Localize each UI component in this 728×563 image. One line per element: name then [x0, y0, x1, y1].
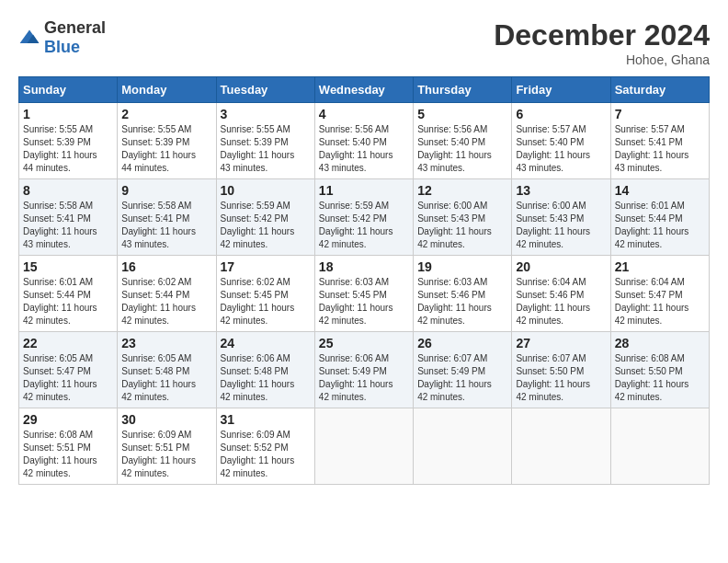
header-wednesday: Wednesday	[314, 77, 413, 103]
location: Hohoe, Ghana	[494, 52, 710, 67]
table-row: 26 Sunrise: 6:07 AM Sunset: 5:49 PM Dayl…	[414, 332, 512, 408]
day-info: Sunrise: 6:07 AM Sunset: 5:49 PM Dayligh…	[417, 352, 507, 404]
day-info: Sunrise: 6:09 AM Sunset: 5:51 PM Dayligh…	[121, 429, 211, 480]
day-info: Sunrise: 5:55 AM Sunset: 5:39 PM Dayligh…	[221, 123, 311, 175]
table-row: 27 Sunrise: 6:07 AM Sunset: 5:50 PM Dayl…	[512, 332, 610, 408]
day-number: 16	[121, 259, 211, 274]
table-row: 7 Sunrise: 5:57 AM Sunset: 5:41 PM Dayli…	[610, 103, 709, 179]
day-info: Sunrise: 5:56 AM Sunset: 5:40 PM Dayligh…	[417, 123, 507, 175]
day-number: 12	[417, 183, 507, 198]
table-row	[610, 408, 709, 485]
day-number: 9	[121, 183, 211, 198]
day-number: 20	[516, 259, 606, 274]
weekday-header-row: Sunday Monday Tuesday Wednesday Thursday…	[19, 77, 710, 103]
day-info: Sunrise: 6:04 AM Sunset: 5:47 PM Dayligh…	[615, 276, 705, 327]
table-row: 12 Sunrise: 6:00 AM Sunset: 5:43 PM Dayl…	[414, 179, 512, 256]
day-info: Sunrise: 6:00 AM Sunset: 5:43 PM Dayligh…	[417, 200, 507, 251]
table-row: 17 Sunrise: 6:02 AM Sunset: 5:45 PM Dayl…	[216, 256, 314, 332]
day-info: Sunrise: 6:01 AM Sunset: 5:44 PM Dayligh…	[615, 200, 705, 251]
day-info: Sunrise: 6:02 AM Sunset: 5:45 PM Dayligh…	[221, 276, 311, 327]
day-number: 13	[516, 183, 606, 198]
logo-general: General	[44, 18, 106, 37]
week-row-5: 29 Sunrise: 6:08 AM Sunset: 5:51 PM Dayl…	[19, 408, 710, 485]
day-number: 8	[23, 183, 113, 198]
day-number: 3	[221, 107, 311, 121]
day-number: 14	[615, 183, 705, 198]
day-number: 25	[319, 336, 409, 350]
day-number: 19	[417, 259, 507, 274]
day-number: 10	[221, 183, 311, 198]
day-info: Sunrise: 5:56 AM Sunset: 5:40 PM Dayligh…	[319, 123, 409, 175]
day-number: 18	[319, 259, 409, 274]
day-info: Sunrise: 5:57 AM Sunset: 5:40 PM Dayligh…	[516, 123, 606, 175]
day-number: 17	[221, 259, 311, 274]
day-info: Sunrise: 6:01 AM Sunset: 5:44 PM Dayligh…	[23, 276, 113, 327]
table-row: 19 Sunrise: 6:03 AM Sunset: 5:46 PM Dayl…	[414, 256, 512, 332]
day-info: Sunrise: 6:09 AM Sunset: 5:52 PM Dayligh…	[221, 429, 311, 480]
day-info: Sunrise: 6:06 AM Sunset: 5:48 PM Dayligh…	[221, 352, 311, 404]
day-number: 30	[121, 412, 211, 427]
table-row: 13 Sunrise: 6:00 AM Sunset: 5:43 PM Dayl…	[512, 179, 610, 256]
table-row: 4 Sunrise: 5:56 AM Sunset: 5:40 PM Dayli…	[314, 103, 413, 179]
day-info: Sunrise: 6:04 AM Sunset: 5:46 PM Dayligh…	[516, 276, 606, 327]
day-number: 22	[23, 336, 113, 350]
day-number: 29	[23, 412, 113, 427]
table-row: 21 Sunrise: 6:04 AM Sunset: 5:47 PM Dayl…	[610, 256, 709, 332]
week-row-3: 15 Sunrise: 6:01 AM Sunset: 5:44 PM Dayl…	[19, 256, 710, 332]
month-title: December 2024	[494, 18, 710, 52]
table-row: 20 Sunrise: 6:04 AM Sunset: 5:46 PM Dayl…	[512, 256, 610, 332]
day-info: Sunrise: 6:00 AM Sunset: 5:43 PM Dayligh…	[516, 200, 606, 251]
logo-blue: Blue	[44, 38, 80, 56]
table-row	[512, 408, 610, 485]
table-row: 10 Sunrise: 5:59 AM Sunset: 5:42 PM Dayl…	[216, 179, 314, 256]
table-row: 11 Sunrise: 5:59 AM Sunset: 5:42 PM Dayl…	[314, 179, 413, 256]
header-friday: Friday	[512, 77, 610, 103]
table-row: 8 Sunrise: 5:58 AM Sunset: 5:41 PM Dayli…	[19, 179, 118, 256]
day-info: Sunrise: 6:08 AM Sunset: 5:50 PM Dayligh…	[615, 352, 705, 404]
table-row: 9 Sunrise: 5:58 AM Sunset: 5:41 PM Dayli…	[118, 179, 216, 256]
header-thursday: Thursday	[414, 77, 512, 103]
day-info: Sunrise: 5:55 AM Sunset: 5:39 PM Dayligh…	[23, 123, 113, 175]
day-info: Sunrise: 5:59 AM Sunset: 5:42 PM Dayligh…	[319, 200, 409, 251]
day-number: 5	[417, 107, 507, 121]
day-info: Sunrise: 5:57 AM Sunset: 5:41 PM Dayligh…	[615, 123, 705, 175]
day-number: 28	[615, 336, 705, 350]
day-info: Sunrise: 6:06 AM Sunset: 5:49 PM Dayligh…	[319, 352, 409, 404]
table-row: 22 Sunrise: 6:05 AM Sunset: 5:47 PM Dayl…	[19, 332, 118, 408]
day-number: 21	[615, 259, 705, 274]
table-row: 18 Sunrise: 6:03 AM Sunset: 5:45 PM Dayl…	[314, 256, 413, 332]
table-row: 25 Sunrise: 6:06 AM Sunset: 5:49 PM Dayl…	[314, 332, 413, 408]
day-info: Sunrise: 6:05 AM Sunset: 5:48 PM Dayligh…	[121, 352, 211, 404]
day-number: 31	[221, 412, 311, 427]
title-area: December 2024 Hohoe, Ghana	[494, 18, 710, 67]
table-row: 29 Sunrise: 6:08 AM Sunset: 5:51 PM Dayl…	[19, 408, 118, 485]
table-row: 15 Sunrise: 6:01 AM Sunset: 5:44 PM Dayl…	[19, 256, 118, 332]
table-row: 1 Sunrise: 5:55 AM Sunset: 5:39 PM Dayli…	[19, 103, 118, 179]
day-info: Sunrise: 6:02 AM Sunset: 5:44 PM Dayligh…	[121, 276, 211, 327]
day-number: 1	[23, 107, 113, 121]
week-row-2: 8 Sunrise: 5:58 AM Sunset: 5:41 PM Dayli…	[19, 179, 710, 256]
table-row	[414, 408, 512, 485]
day-info: Sunrise: 5:55 AM Sunset: 5:39 PM Dayligh…	[121, 123, 211, 175]
day-number: 23	[121, 336, 211, 350]
logo-text: General Blue	[44, 18, 106, 57]
day-number: 4	[319, 107, 409, 121]
day-info: Sunrise: 5:58 AM Sunset: 5:41 PM Dayligh…	[121, 200, 211, 251]
day-number: 26	[417, 336, 507, 350]
day-info: Sunrise: 6:03 AM Sunset: 5:45 PM Dayligh…	[319, 276, 409, 327]
table-row: 16 Sunrise: 6:02 AM Sunset: 5:44 PM Dayl…	[118, 256, 216, 332]
day-info: Sunrise: 6:08 AM Sunset: 5:51 PM Dayligh…	[23, 429, 113, 480]
day-number: 7	[615, 107, 705, 121]
header-monday: Monday	[118, 77, 216, 103]
calendar-table: Sunday Monday Tuesday Wednesday Thursday…	[18, 76, 710, 485]
logo-icon	[18, 29, 40, 47]
day-number: 24	[221, 336, 311, 350]
day-info: Sunrise: 5:58 AM Sunset: 5:41 PM Dayligh…	[23, 200, 113, 251]
table-row: 3 Sunrise: 5:55 AM Sunset: 5:39 PM Dayli…	[216, 103, 314, 179]
day-number: 2	[121, 107, 211, 121]
day-info: Sunrise: 5:59 AM Sunset: 5:42 PM Dayligh…	[221, 200, 311, 251]
logo: General Blue	[18, 18, 106, 57]
day-info: Sunrise: 6:03 AM Sunset: 5:46 PM Dayligh…	[417, 276, 507, 327]
day-number: 6	[516, 107, 606, 121]
table-row: 31 Sunrise: 6:09 AM Sunset: 5:52 PM Dayl…	[216, 408, 314, 485]
